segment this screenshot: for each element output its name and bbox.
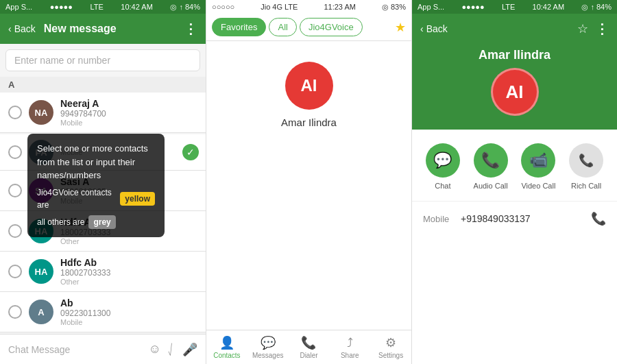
list-item[interactable]: NA Neeraj A 9949784700 Mobile xyxy=(0,93,206,133)
contact-name: Neeraj A xyxy=(60,98,197,109)
contacts-icon: 👤 xyxy=(219,335,234,350)
yellow-badge: yellow xyxy=(120,192,155,206)
status-signal-2: ○○○○○ xyxy=(212,3,234,11)
avatar: HA xyxy=(29,259,53,284)
chevron-left-icon-3: ‹ xyxy=(420,23,424,34)
status-icons-3: ◎ ↑ 84% xyxy=(581,3,612,12)
tooltip-row-yellow: Jio4GVoice contacts are yellow xyxy=(37,186,155,211)
avatar: AI xyxy=(285,62,333,110)
search-input-1[interactable]: Enter name or number xyxy=(5,49,200,71)
back-label-3: Back xyxy=(426,23,448,34)
status-app-3: App S... xyxy=(418,3,444,11)
chat-label: Chat xyxy=(435,182,450,190)
contact-checkbox[interactable] xyxy=(8,106,22,119)
status-time-2: 11:23 AM xyxy=(324,3,355,11)
contact-type: Mobile xyxy=(60,119,197,127)
audio-call-label: Audio Call xyxy=(474,182,508,190)
video-call-action[interactable]: 📹 Video Call xyxy=(521,143,555,190)
bottom-icons: ☺ ⎷ 🎤 xyxy=(149,342,197,357)
contact-info: Ab 09223011300 Mobile xyxy=(60,298,197,326)
tooltip-text: Select one or more contacts from the lis… xyxy=(37,143,148,180)
phone-type: Mobile xyxy=(423,214,461,224)
status-bar-2: ○○○○○ Jio 4G LTE 11:23 AM ◎ 83% xyxy=(206,0,411,14)
audio-call-button[interactable]: 📞 xyxy=(474,143,508,178)
tab-contacts[interactable]: 👤 Contacts xyxy=(206,330,247,364)
tooltip-others-label: all others are xyxy=(37,216,84,228)
tab-share[interactable]: ⤴ Share xyxy=(329,330,370,364)
rich-call-action[interactable]: 📞 Rich Call xyxy=(569,143,603,190)
bottom-tabs: 👤 Contacts 💬 Messages 📞 Dialer ⤴ Share ⚙… xyxy=(206,330,411,364)
status-app-1: App S... xyxy=(5,3,32,11)
emoji-icon[interactable]: ☺ xyxy=(149,342,161,357)
action-buttons: 💬 Chat 📞 Audio Call 📹 Video Call 📞 Rich … xyxy=(412,130,617,197)
new-message-panel: App S... ●●●●● LTE 10:42 AM ◎ ↑ 84% ‹ Ba… xyxy=(0,0,206,364)
tab-bar: Favorites All Jio4GVoice ★ xyxy=(206,14,411,41)
contact-checkbox[interactable] xyxy=(8,184,22,197)
back-button-3[interactable]: ‹ Back xyxy=(420,23,448,34)
tab-favorites[interactable]: Favorites xyxy=(212,18,266,36)
contact-name: Hdfc Ab xyxy=(60,257,197,268)
status-battery-2: ◎ 83% xyxy=(382,3,406,12)
rich-call-button[interactable]: 📞 xyxy=(569,143,603,178)
contact-header: ‹ Back ☆ ⋮ Amar Ilindra AI xyxy=(412,14,617,130)
video-call-button[interactable]: 📹 xyxy=(521,143,555,178)
status-icons-1: ◎ ↑ 84% xyxy=(170,3,200,12)
phone-row: Mobile +919849033137 📞 xyxy=(412,201,617,236)
status-bar-1: App S... ●●●●● LTE 10:42 AM ◎ ↑ 84% xyxy=(0,0,206,14)
tab-settings[interactable]: ⚙ Settings xyxy=(370,330,411,364)
contact-number: 09223011300 xyxy=(60,308,197,318)
settings-label: Settings xyxy=(378,352,403,359)
status-carrier-2: Jio 4G LTE xyxy=(261,3,298,11)
status-time-3: 10:42 AM xyxy=(533,3,564,11)
contact-card-name: Amar Ilindra xyxy=(281,117,337,128)
share-label: Share xyxy=(341,352,359,359)
share-icon: ⤴ xyxy=(347,336,353,350)
menu-icon-3[interactable]: ⋮ xyxy=(595,21,609,37)
tab-messages[interactable]: 💬 Messages xyxy=(247,330,289,364)
phone-call-icon[interactable]: 📞 xyxy=(591,211,606,226)
star-icon[interactable]: ★ xyxy=(395,20,406,35)
avatar: NA xyxy=(29,100,53,125)
chat-button[interactable]: 💬 xyxy=(426,143,460,178)
contact-type: Mobile xyxy=(60,318,197,326)
contact-info: Neeraj A 9949784700 Mobile xyxy=(60,98,197,127)
back-button-1[interactable]: ‹ Back xyxy=(8,23,36,34)
page-title-1: New message xyxy=(44,23,184,35)
image-icon[interactable]: ⎷ xyxy=(168,342,176,357)
status-carrier-1: LTE xyxy=(90,3,103,11)
phone-number: +919849033137 xyxy=(461,213,591,224)
audio-call-action[interactable]: 📞 Audio Call xyxy=(474,143,508,190)
nav-bar-3: ‹ Back ☆ ⋮ xyxy=(420,21,609,37)
green-check-icon: ✓ xyxy=(182,144,199,160)
status-bar-3: App S... ●●●●● LTE 10:42 AM ◎ ↑ 84% xyxy=(412,0,617,14)
contact-checkbox[interactable] xyxy=(8,265,22,278)
messages-label: Messages xyxy=(252,352,284,359)
tooltip-jio-label: Jio4GVoice contacts are xyxy=(37,186,116,211)
star-button-3[interactable]: ☆ xyxy=(577,21,588,36)
chat-action[interactable]: 💬 Chat xyxy=(426,143,460,190)
settings-icon: ⚙ xyxy=(385,335,396,350)
tab-dialer[interactable]: 📞 Dialer xyxy=(289,330,330,364)
contact-list: NA Neeraj A 9949784700 Mobile Select one… xyxy=(0,93,206,334)
tab-jio4gvoice[interactable]: Jio4GVoice xyxy=(300,18,363,36)
contacts-panel: ○○○○○ Jio 4G LTE 11:23 AM ◎ 83% Favorite… xyxy=(206,0,411,364)
list-item[interactable]: HA Hdfc Ab 18002703333 Other xyxy=(0,252,206,292)
status-signal-3: ●●●●● xyxy=(461,3,484,11)
status-time-1: 10:42 AM xyxy=(121,3,152,11)
contact-type: Other xyxy=(60,278,197,286)
contact-checkbox[interactable] xyxy=(8,145,22,159)
contact-checkbox[interactable] xyxy=(8,224,22,238)
tab-all[interactable]: All xyxy=(269,18,296,36)
contact-number: 9949784700 xyxy=(60,109,197,119)
contact-name: Ab xyxy=(60,298,197,308)
nav-bar-1: ‹ Back New message ⋮ xyxy=(0,14,206,44)
bottom-bar-1: Chat Message ☺ ⎷ 🎤 xyxy=(0,334,206,364)
list-item[interactable]: A Ab 09223011300 Mobile xyxy=(0,292,206,332)
mic-icon[interactable]: 🎤 xyxy=(182,342,197,357)
tooltip-overlay: Select one or more contacts from the lis… xyxy=(27,134,165,237)
dialer-icon: 📞 xyxy=(301,335,316,350)
contact-checkbox[interactable] xyxy=(8,305,22,319)
status-signal-1: ●●●●● xyxy=(50,3,73,11)
section-header-a: A xyxy=(0,77,206,93)
menu-icon-1[interactable]: ⋮ xyxy=(184,21,197,37)
